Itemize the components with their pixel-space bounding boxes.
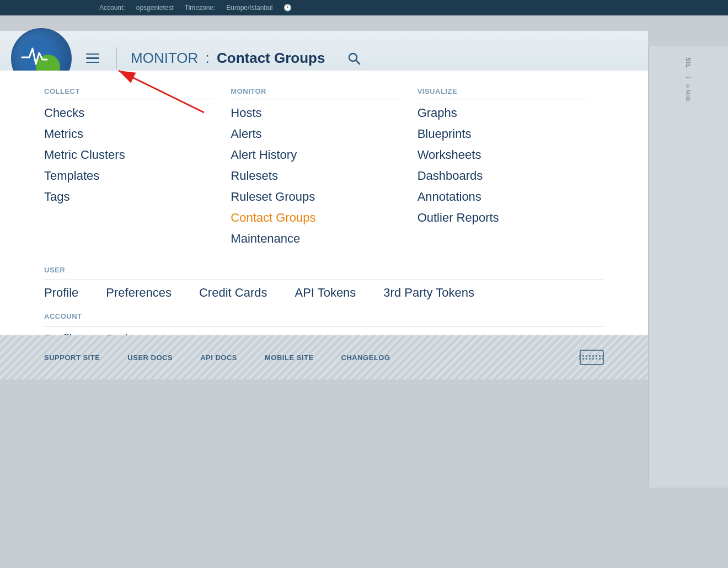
svg-line-5 — [356, 60, 360, 64]
search-icon — [347, 52, 361, 65]
menu-item-3rd-party-tokens[interactable]: 3rd Party Tokens — [383, 286, 474, 300]
right-panel-label: SIL — [685, 57, 692, 68]
user-section-label: USER — [44, 266, 65, 274]
menu-item-metric-clusters[interactable]: Metric Clusters — [44, 144, 214, 165]
collect-section-label: COLLECT — [44, 87, 214, 99]
keyboard-icon[interactable] — [580, 350, 604, 365]
monitor-section-label: MONITOR — [231, 87, 400, 99]
monitor-column: MONITOR Hosts Alerts Alert History Rules… — [231, 87, 417, 249]
menu-item-contact-groups[interactable]: Contact Groups — [231, 207, 400, 228]
right-panel-dashes: -- — [686, 73, 690, 82]
keyboard-icon-container — [580, 350, 604, 365]
account-section-label: ACCOUNT — [44, 312, 82, 320]
menu-item-blueprints[interactable]: Blueprints — [417, 124, 587, 144]
timezone-label: Timezone: — [185, 4, 216, 12]
account-label: Account: — [99, 4, 125, 12]
right-panel: SIL -- o Mob — [648, 46, 728, 487]
menu-item-annotations[interactable]: Annotations — [417, 186, 587, 207]
clock-icon: 🕐 — [283, 4, 292, 12]
hamburger-button[interactable] — [83, 49, 103, 68]
menu-item-checks[interactable]: Checks — [44, 103, 214, 124]
menu-item-graphs[interactable]: Graphs — [417, 103, 587, 124]
search-button[interactable] — [344, 49, 364, 68]
account-value: opsgenietest — [136, 4, 174, 12]
menu-columns: COLLECT Checks Metrics Metric Clusters T… — [44, 87, 604, 249]
menu-item-rulesets[interactable]: Rulesets — [231, 165, 400, 186]
menu-item-hosts[interactable]: Hosts — [231, 103, 400, 124]
footer-changelog[interactable]: CHANGELOG — [341, 353, 390, 362]
footer-support-site[interactable]: SUPPORT SITE — [44, 353, 100, 362]
breadcrumb-separator: : — [206, 50, 210, 66]
menu-item-alerts[interactable]: Alerts — [231, 124, 400, 144]
menu-item-outlier-reports[interactable]: Outlier Reports — [417, 207, 587, 228]
hamburger-line-3 — [86, 62, 99, 63]
keyboard-dots — [579, 355, 604, 360]
breadcrumb-page: Contact Groups — [217, 50, 325, 66]
right-panel-mobile: o Mob — [685, 84, 692, 101]
timezone-value: Europe/Istanbul — [226, 4, 272, 12]
user-section: USER Profile Preferences Credit Cards AP… — [44, 266, 604, 300]
footer-api-docs[interactable]: API DOCS — [200, 353, 237, 362]
footer-user-docs[interactable]: USER DOCS — [127, 353, 173, 362]
collect-column: COLLECT Checks Metrics Metric Clusters T… — [44, 87, 231, 249]
hamburger-line-2 — [86, 57, 99, 59]
menu-item-credit-cards[interactable]: Credit Cards — [199, 286, 267, 300]
visualize-column: VISUALIZE Graphs Blueprints Worksheets D… — [417, 87, 604, 249]
header-divider — [116, 47, 117, 69]
breadcrumb: MONITOR : Contact Groups — [131, 50, 325, 67]
user-items: Profile Preferences Credit Cards API Tok… — [44, 286, 604, 300]
menu-item-api-tokens[interactable]: API Tokens — [295, 286, 356, 300]
menu-item-worksheets[interactable]: Worksheets — [417, 144, 587, 165]
dropdown-menu: COLLECT Checks Metrics Metric Clusters T… — [0, 71, 648, 379]
top-bar: Account: opsgenietest Timezone: Europe/I… — [0, 0, 728, 15]
hamburger-line-1 — [86, 53, 99, 55]
breadcrumb-monitor: MONITOR — [131, 50, 198, 66]
footer: SUPPORT SITE USER DOCS API DOCS MOBILE S… — [0, 335, 648, 379]
menu-item-ruleset-groups[interactable]: Ruleset Groups — [231, 186, 400, 207]
account-section-header: ACCOUNT — [44, 312, 604, 326]
footer-mobile-site[interactable]: MOBILE SITE — [265, 353, 314, 362]
menu-item-tags[interactable]: Tags — [44, 186, 214, 207]
menu-item-metrics[interactable]: Metrics — [44, 124, 214, 144]
menu-item-alert-history[interactable]: Alert History — [231, 144, 400, 165]
menu-item-maintenance[interactable]: Maintenance — [231, 228, 400, 249]
user-section-header: USER — [44, 266, 604, 280]
menu-item-dashboards[interactable]: Dashboards — [417, 165, 587, 186]
menu-item-templates[interactable]: Templates — [44, 165, 214, 186]
menu-item-user-profile[interactable]: Profile — [44, 286, 78, 300]
visualize-section-label: VISUALIZE — [417, 87, 587, 99]
menu-item-preferences[interactable]: Preferences — [106, 286, 172, 300]
